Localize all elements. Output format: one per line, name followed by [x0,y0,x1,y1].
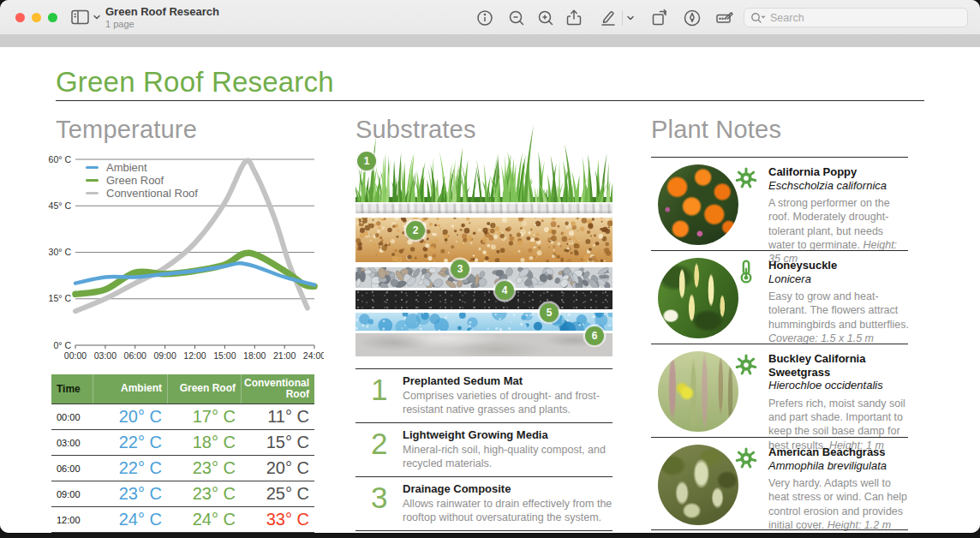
sun-icon [733,445,759,471]
legend-swatch [86,179,99,182]
plant-photo-texture [658,164,738,245]
layer-growing-media [356,218,612,262]
cell-time: 09:00 [51,489,93,499]
layer-sedum-grass [356,123,612,204]
legend-label: Ambient [106,161,147,174]
highlight-menu-button[interactable] [624,7,637,29]
substrate-badge-1: 1 [357,152,376,170]
search-input[interactable]: Search [744,8,968,27]
document-page: Green Roof Research Temperature Substrat… [0,47,980,533]
legend-label: Green Roof [106,174,164,187]
substrate-layer-diagram: 123456 [356,120,612,411]
svg-text:03:00: 03:00 [94,350,117,361]
plant-note-item: California PoppyEschscholzia californica… [651,157,908,250]
table-header-green-roof: Green Roof [167,374,241,404]
plant-title: American Beachgrass [768,445,910,459]
cell-ambient: 22° C [93,433,167,452]
plant-title: Buckley California Sweetgrass [768,352,910,379]
substrate-badge-6: 6 [585,326,604,345]
cell-conventional-roof: 25° C [241,484,314,504]
substrate-badge-2: 2 [406,221,425,240]
plant-photo-poppy [658,164,738,245]
legend-entry: Ambient [86,161,198,174]
sun-icon [733,165,759,191]
substrate-description: Comprises varieties of drought- and fros… [403,389,612,416]
plant-note-item: Buckley California SweetgrassHierochloe … [651,344,908,437]
highlight-button[interactable] [597,7,619,29]
plant-title: Honeysuckle [768,259,910,272]
table-row: 12:0024° C24° C33° C [51,506,314,532]
substrate-list-item: 2Lightweight Growing MediaMineral-rich s… [356,422,612,476]
substrate-badge-5: 5 [540,303,559,322]
title-bar: Green Roof Research 1 page [0,0,980,35]
info-button[interactable] [474,7,496,29]
search-placeholder: Search [770,12,804,24]
substrate-list-item: 1Preplanted Sedum MatComprises varieties… [356,368,612,422]
plant-photo-beachgrass [658,445,738,525]
markup-button[interactable] [681,7,703,29]
svg-text:12:00: 12:00 [183,350,206,361]
plant-description: Easy to grow and heat-tolerant. The flow… [768,290,910,345]
plant-species: Lonicera [768,272,910,286]
zoom-in-icon [535,7,557,29]
cell-green-roof: 24° C [167,510,241,529]
cell-green-roof: 17° C [167,407,241,427]
minimize-window-button[interactable] [32,13,41,22]
share-icon [563,7,585,29]
svg-text:06:00: 06:00 [124,350,146,361]
legend-entry: Green Roof [86,174,198,187]
substrate-description: Allows rainwater to drain effectively fr… [403,497,612,524]
table-header-row: TimeAmbientGreen RoofConventional Roof [51,374,314,404]
fill-and-sign-button[interactable] [714,7,736,29]
zoom-out-icon [505,7,528,29]
plant-list-bottom-rule [651,529,908,530]
rotate-icon [648,7,671,29]
svg-text:0° C: 0° C [53,340,71,350]
preview-window: Green Roof Research 1 page [0,0,980,533]
close-window-button[interactable] [15,13,25,22]
zoom-window-button[interactable] [48,13,57,22]
zoom-out-button[interactable] [505,7,528,29]
layer-drainage-gravel [356,267,612,288]
table-row: 03:0022° C18° C15° C [51,429,314,455]
substrate-number: 1 [371,373,387,407]
legend-swatch [86,166,99,170]
plant-note-item: HoneysuckleLoniceraEasy to grow and heat… [651,250,908,344]
table-bottom-rule [51,532,314,533]
section-heading-temperature: Temperature [56,116,197,144]
plant-species: Eschscholzia californica [768,179,910,193]
zoom-in-button[interactable] [535,7,557,29]
substrate-list-item: 3Drainage CompositeAllows rainwater to d… [356,476,612,530]
cell-ambient: 24° C [93,510,167,529]
screenshot-stage: Green Roof Research 1 page [0,0,980,538]
fill-and-sign-icon [714,7,736,29]
document-title: Green Roof Research [56,66,334,99]
layer-sedum-mat-base [356,202,612,213]
rotate-left-button[interactable] [648,7,671,29]
substrate-badge-4: 4 [495,281,514,300]
window-subtitle: 1 page [105,19,219,30]
plant-title: California Poppy [768,165,910,179]
svg-text:24:00: 24:00 [303,350,324,361]
cell-green-roof: 18° C [167,433,241,452]
sidebar-toggle-button[interactable] [70,9,103,26]
chevron-down-icon [624,7,637,29]
toolbar-separator [622,10,623,26]
markup-pen-icon [681,7,703,29]
sun-icon [733,352,759,378]
share-button[interactable] [563,7,585,29]
legend-swatch [86,192,99,195]
substrate-description: Mineral-rich soil, high-quality compost,… [403,443,612,470]
chart-legend: AmbientGreen RoofConventional Roof [86,161,198,200]
cell-green-roof: 23° C [167,484,241,504]
svg-text:15° C: 15° C [49,293,72,303]
plant-species: Hierochloe occidentalis [768,379,910,392]
plant-text: HoneysuckleLoniceraEasy to grow and heat… [768,259,910,345]
svg-text:15:00: 15:00 [213,350,236,361]
svg-text:60° C: 60° C [49,154,72,164]
substrate-title: Drainage Composite [403,482,612,495]
search-icon [750,12,766,24]
table-header-ambient: Ambient [93,374,167,404]
chevron-down-icon [94,16,99,19]
highlighter-icon [597,7,619,29]
